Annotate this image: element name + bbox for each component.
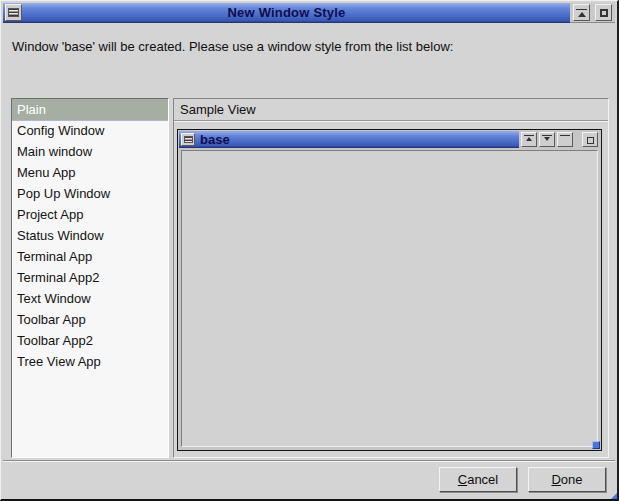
preview-maximize-icon [587,137,594,144]
preview-shade-up-button [521,132,537,147]
style-list-item[interactable]: Status Window [12,225,168,246]
preview-window-title: base [200,132,230,147]
dialog-resize-grip[interactable] [609,491,619,501]
preview-titlebar-button-area [519,131,600,148]
preview-window-menu-icon [184,136,193,143]
style-list-item[interactable]: Text Window [12,288,168,309]
sample-view-header: Sample View [174,99,608,121]
style-list-item[interactable]: Toolbar App [12,309,168,330]
shade-up-icon [578,12,586,17]
shade-button[interactable] [573,4,590,21]
style-list-item[interactable]: Main window [12,141,168,162]
cancel-button-label: Cancel [458,472,498,487]
dialog-message: Window 'base' will be created. Please us… [12,39,609,54]
style-list-item[interactable]: Terminal App2 [12,267,168,288]
maximize-button[interactable] [595,4,612,21]
style-listbox: Plain Config Window Main window Menu App… [11,98,169,458]
window-menu-icon [8,8,19,17]
dialog-title: New Window Style [3,5,570,20]
style-list-item[interactable]: Config Window [12,120,168,141]
style-list-item[interactable]: Toolbar App2 [12,330,168,351]
shade-bar [576,9,587,10]
window-menu-button[interactable] [5,4,22,21]
done-button-label: Done [551,472,582,487]
maximize-icon [600,9,608,17]
preview-bar [524,135,534,136]
style-list-item[interactable]: Plain [12,99,168,120]
preview-bar [542,135,552,136]
preview-window-content [181,150,598,447]
done-button[interactable]: Done [528,467,606,492]
preview-maximize-button [582,132,598,147]
style-list-item[interactable]: Pop Up Window [12,183,168,204]
style-list-item[interactable]: Menu App [12,162,168,183]
preview-window: base [177,129,602,451]
preview-blank-button [557,132,573,147]
titlebar-blue-area[interactable]: New Window Style [3,3,570,23]
preview-window-menu-button [181,133,195,146]
new-window-style-dialog: New Window Style Window 'base' will be c… [0,0,619,501]
cancel-button[interactable]: Cancel [439,467,517,492]
style-list-item[interactable]: Tree View App [12,351,168,372]
preview-shade-down-button [539,132,555,147]
style-list-item[interactable]: Terminal App [12,246,168,267]
button-bar: Cancel Done [3,460,615,497]
preview-resize-grip-icon [592,441,600,449]
style-list-item[interactable]: Project App [12,204,168,225]
preview-bar [560,135,570,136]
preview-shade-up-icon [526,137,532,141]
preview-shade-down-icon [544,137,550,141]
titlebar[interactable]: New Window Style [3,3,615,23]
preview-titlebar: base [179,131,600,148]
preview-titlebar-blue-area: base [179,131,519,148]
sample-view-panel: Sample View base [173,98,609,458]
titlebar-button-area [570,3,615,23]
